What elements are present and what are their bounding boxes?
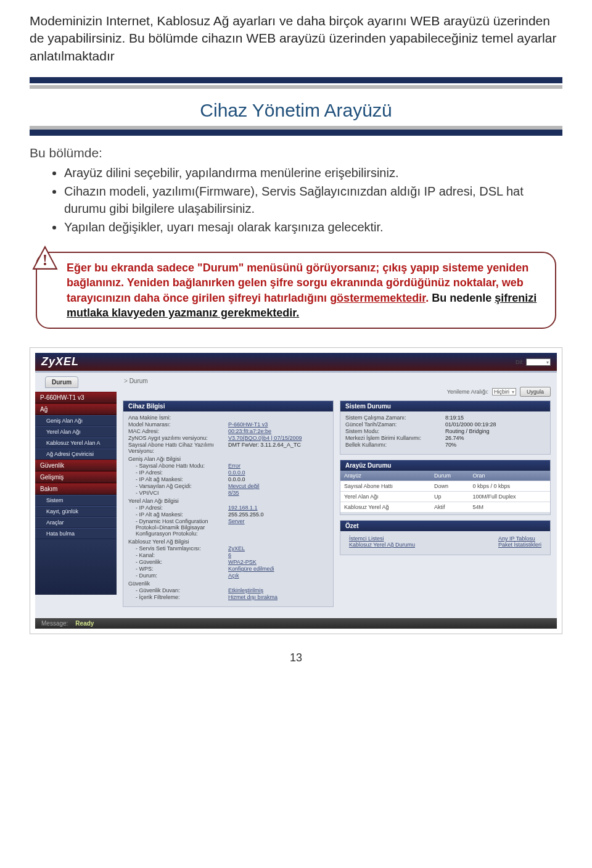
message-label: Message: [41, 620, 68, 627]
breadcrumb-label: Durum [130, 378, 148, 384]
section-title: Cihaz Yönetim Arayüzü [30, 100, 562, 121]
table-row: Kablosuz Yerel Ağ Aktif 54M [340, 502, 550, 513]
th-rate: Oran [469, 471, 550, 481]
row-label: MAC Adresi: [128, 428, 228, 434]
language-select[interactable]: Türkçe ▾ [526, 358, 551, 366]
refresh-label: Yenileme Aralığı: [447, 389, 488, 395]
row-label: Bellek Kullanımı: [345, 442, 445, 448]
group-security: Güvenlik [128, 581, 328, 587]
warning-underline-1: göstermemektedir [330, 292, 426, 304]
nav-group-security[interactable]: Güvenlik [35, 460, 117, 471]
row-label: - Dynamic Host Configuration Protokol=Di… [128, 518, 228, 537]
apply-button[interactable]: Uygula [520, 387, 551, 397]
row-value: Açık [228, 572, 239, 579]
breadcrumb: > Durum [123, 376, 551, 387]
language-label: Dil: [516, 359, 524, 365]
row-label: - IP Adresi: [128, 469, 228, 476]
status-tab[interactable]: Durum [45, 376, 78, 388]
row-value: 00:23:f8:a7:2e:be [228, 428, 271, 434]
cell: Sayısal Abone Hattı [340, 481, 430, 492]
row-value: 0.0.0.0 [228, 476, 245, 482]
chevron-down-icon: ▾ [512, 389, 514, 395]
bullet-list: Arayüz dilini seçebilir, yapılandırma me… [30, 164, 562, 236]
row-label: - Sayısal Abone Hattı Modu: [128, 463, 228, 469]
row-label: Güncel Tarih/Zaman: [345, 421, 445, 428]
row-value: V3.70(BQO.0)b4 | 07/15/2009 [228, 435, 302, 441]
group-lan: Yerel Alan Ağı Bilgisi [128, 498, 328, 504]
intro-paragraph: Modeminizin Internet, Kablosuz Ağ ayarla… [30, 12, 562, 65]
any-ip-link[interactable]: Any IP Tablosu [498, 535, 535, 542]
summary-header: Özet [340, 521, 550, 531]
interface-status-header: Arayüz Durumu [340, 460, 550, 471]
cell: Down [430, 481, 469, 492]
row-label: Model Numarası: [128, 421, 228, 428]
nav-item-nat[interactable]: Ağ Adresi Çeviricisi [35, 448, 117, 460]
row-value: 8/35 [228, 490, 239, 496]
cell: Aktif [430, 502, 469, 513]
nav-model: P-660HW-T1 v3 [35, 392, 117, 403]
cell: Kablosuz Yerel Ağ [340, 502, 430, 513]
system-status-panel: Sistem Durumu Sistem Çalışma Zamanı:8:19… [340, 400, 551, 455]
row-label: - Kanal: [128, 552, 228, 558]
row-label: Sistem Modu: [345, 428, 445, 434]
row-value: 192.168.1.1 [228, 505, 258, 511]
row-value: 70% [445, 442, 456, 448]
row-value: Mevcut değil [228, 483, 260, 489]
row-value: 01/01/2000 00:19:28 [445, 421, 496, 428]
divider-rules [30, 77, 562, 89]
th-status: Durum [430, 471, 469, 481]
nav-item-diag[interactable]: Hata bulma [35, 528, 117, 539]
router-topbar: ZyXEL Dil: Türkçe ▾ [35, 353, 557, 371]
refresh-select[interactable]: Hiçbiri ▾ [492, 388, 516, 395]
table-row: Sayısal Abone Hattı Down 0 kbps / 0 kbps [340, 481, 550, 492]
nav-group-maintenance[interactable]: Bakım [35, 483, 117, 495]
cell: 54M [469, 502, 550, 513]
row-value: Server [228, 518, 245, 537]
page-number: 13 [30, 651, 562, 664]
warning-triangle-icon: ! [32, 246, 58, 270]
row-label: - Varsayılan Ağ Geçidi: [128, 483, 228, 489]
nav-group-network[interactable]: Ağ [35, 403, 117, 415]
row-label: - VPI/VCI [128, 490, 228, 496]
interface-table: Arayüz Durum Oran Sayısal Abone Hattı Do… [340, 471, 550, 512]
nav-item-lan[interactable]: Yerel Alan Ağı [35, 426, 117, 437]
row-value: DMT FwVer: 3.11.2.64_A_TC [228, 442, 301, 454]
cell: Yerel Alan Ağı [340, 492, 430, 502]
packet-stats-link[interactable]: Paket İstatistikleri [498, 542, 541, 548]
row-label: - IP Alt ağ Maskesi: [128, 511, 228, 518]
interface-status-panel: Arayüz Durumu Arayüz Durum Oran [340, 460, 551, 515]
row-value: Konfigüre edilmedi [228, 566, 274, 572]
nav-group-advanced[interactable]: Gelişmiş [35, 471, 117, 483]
nav-item-logs[interactable]: Kayıt, günlük [35, 506, 117, 517]
row-label: Merkezi İşlem Birimi Kullanımı: [345, 435, 445, 441]
row-value: 0.0.0.0 [228, 469, 245, 476]
cell: 0 kbps / 0 kbps [469, 481, 550, 492]
warning-callout: ! Eğer bu ekranda sadece "Durum" menüsün… [36, 252, 556, 329]
row-label: ZyNOS Aygıt yazılımı versiyonu: [128, 435, 228, 441]
summary-panel: Özet İstemci Listesi Kablosuz Yerel Ağ D… [340, 520, 551, 555]
excl-mark: ! [43, 252, 47, 268]
row-label: Sayısal Abone Hattı Cihaz Yazılımı Versi… [128, 442, 228, 454]
nav-item-wlan[interactable]: Kablosuz Yerel Alan A [35, 437, 117, 448]
refresh-value: Hiçbiri [494, 389, 509, 395]
row-value: 6 [228, 552, 231, 558]
row-value: WPA2-PSK [228, 559, 257, 565]
group-wlan: Kablosuz Yerel Ağ Bilgisi [128, 539, 328, 545]
nav-item-system[interactable]: Sistem [35, 495, 117, 506]
table-row: Yerel Alan Ağı Up 100M/Full Duplex [340, 492, 550, 502]
row-value: ZyXEL [228, 545, 245, 552]
client-list-link[interactable]: İstemci Listesi [349, 535, 384, 542]
bullet-item: Arayüz dilini seçebilir, yapılandırma me… [64, 164, 562, 181]
row-value: 255.255.255.0 [228, 511, 264, 518]
message-value: Ready [75, 620, 94, 627]
wlan-status-link[interactable]: Kablosuz Yerel Ağ Durumu [349, 542, 415, 548]
nav-item-wan[interactable]: Geniş Alan Ağı [35, 415, 117, 426]
nav-item-tools[interactable]: Araçlar [35, 517, 117, 528]
sub-intro: Bu bölümde: [30, 146, 562, 160]
warning-black: Bu nedenle [432, 292, 495, 304]
system-status-header: Sistem Durumu [340, 401, 550, 411]
row-label: Ana Makine İsmi: [128, 415, 228, 421]
message-bar: Message: Ready [35, 618, 557, 629]
chevron-down-icon: ▾ [546, 360, 549, 365]
row-value: Hizmet dışı bırakma [228, 594, 278, 600]
